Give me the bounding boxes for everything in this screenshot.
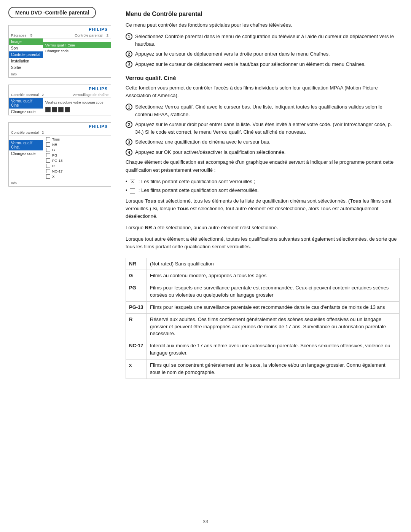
bullet-locked-text: ✕ : Les films portant cette qualificatio… xyxy=(130,178,255,185)
rating-code-cell: NR xyxy=(126,258,147,270)
rating-pg: PG xyxy=(43,152,111,158)
mockup2-body: Verrou qualif. Ciné Changez code Veuille… xyxy=(9,98,111,115)
mockup3-info: Info xyxy=(9,180,111,186)
mockup1-right-panel: Verrou qualif. Ciné Changez code xyxy=(43,42,111,67)
mockup1-item-image: Image xyxy=(9,38,43,45)
sub-step-3-text: Sélectionnez une qualification de cinéma… xyxy=(135,138,400,146)
rating-row: RRéservé aux adultes. Ces films contienn… xyxy=(126,313,400,340)
rating-row: PGFilms pour lesquels une surveillance p… xyxy=(126,282,400,302)
unlocked-icon xyxy=(130,188,135,193)
rating-row: PG-13Films pour lesquels une surveillanc… xyxy=(126,301,400,313)
mockup3-ratings-panel: Tous NR G PG xyxy=(43,136,111,180)
rating-desc-cell: Films qui se concentrent généralement su… xyxy=(147,359,400,379)
checkbox-r xyxy=(46,164,50,168)
rating-desc-cell: (Not rated) Sans qualification xyxy=(147,258,400,270)
bullet-unlocked: • : Les films portant cette qualificatio… xyxy=(126,187,400,194)
rating-row: NR(Not rated) Sans qualification xyxy=(126,258,400,270)
rating-code-cell: PG xyxy=(126,282,147,302)
rating-row: xFilms qui se concentrent généralement s… xyxy=(126,359,400,379)
left-column: Menu DVD -Contrôle parental PHILIPS Régl… xyxy=(0,0,118,532)
sub-step-2-text: Appuyez sur le curseur droit pour entrer… xyxy=(135,121,400,136)
mockup2-item-changez: Changez code xyxy=(9,109,43,115)
body-para-2: Lorsque Tous est sélectionné, tous les é… xyxy=(126,197,400,220)
bullet-unlocked-dot: • xyxy=(126,187,127,194)
bullet-locked-dot: • xyxy=(126,178,127,185)
mockup3-item-changez: Changez code xyxy=(9,150,43,157)
sub-step-1-text: Sélectionnez Verrou qualif. Ciné avec le… xyxy=(135,103,400,118)
mockup1-item-son: Son xyxy=(9,45,43,51)
code-box-2 xyxy=(52,107,57,112)
sub-step-2: 2 Appuyez sur le curseur droit pour entr… xyxy=(126,121,400,136)
sub-step-3-num: 3 xyxy=(126,139,132,145)
checkbox-nc17 xyxy=(46,169,50,173)
sub-step-4: 4 Appuyez sur OK pour activer/désactiver… xyxy=(126,149,400,156)
rating-desc-cell: Films pour lesquels une surveillance par… xyxy=(147,301,400,313)
mockup2-right-panel: Veuillez introduire votre nouveau code xyxy=(43,99,111,114)
checkbox-x xyxy=(46,174,50,179)
rating-code-cell: G xyxy=(126,270,147,282)
ratings-table: NR(Not rated) Sans qualificationGFilms a… xyxy=(126,258,400,379)
rating-desc-cell: Réservé aux adultes. Ces films contienne… xyxy=(147,313,400,340)
rating-r: R xyxy=(43,163,111,168)
sub-step-4-num: 4 xyxy=(126,149,132,156)
tv-mockup-2: PHILIPS Contrôle parental 2 Verrouillage… xyxy=(8,85,111,115)
mockup2-left-label: Contrôle parental 2 xyxy=(11,93,44,97)
step-2-num: 2 xyxy=(126,51,132,58)
code-box-1 xyxy=(45,107,51,112)
rating-desc-cell: Films pour lesquels une surveillance par… xyxy=(147,282,400,302)
mockup2-code-inputs xyxy=(43,105,111,114)
rating-x: X xyxy=(43,174,111,179)
mockup3-item-verrou: Verrou qualif. Ciné. xyxy=(9,140,43,150)
checkbox-nr xyxy=(46,142,50,147)
mockup1-left-menu: Image Son Contrôle parental Installation… xyxy=(9,38,43,71)
mockup3-left-menu: Verrou qualif. Ciné. Changez code xyxy=(9,140,43,176)
mockup1-top-bar: Réglages 5 Contrôle parental 2 xyxy=(9,32,111,38)
rating-row: NC-17Interdit aux moins de 17 ans même a… xyxy=(126,340,400,359)
step-3-text: Appuyez sur le curseur de déplacement ve… xyxy=(135,61,400,68)
sub-step-4-text: Appuyez sur OK pour activer/désactiver l… xyxy=(135,149,400,156)
mockup1-right-item2: Changez code xyxy=(43,48,111,54)
step-2: 2 Appuyez sur le curseur de déplacement … xyxy=(126,50,400,58)
locked-icon: ✕ xyxy=(130,179,135,184)
rating-nc17: NC-17 xyxy=(43,168,111,174)
tv-mockup-3: PHILIPS Contrôle parental 2 Verrou quali… xyxy=(8,122,111,187)
sub-step-1-num: 1 xyxy=(126,104,132,110)
mockup1-item-controle: Contrôle parental xyxy=(9,51,43,58)
rating-pg13: PG-13 xyxy=(43,158,111,163)
body-para-3: Lorsque NR a été sélectionné, aucun autr… xyxy=(126,224,400,232)
mockup1-right-label: Contrôle parental 2 xyxy=(75,33,108,37)
philips-logo-3: PHILIPS xyxy=(9,123,111,129)
tv-mockup-1: PHILIPS Réglages 5 Contrôle parental 2 I… xyxy=(8,25,111,78)
rating-g: G xyxy=(43,147,111,152)
mockup1-item-installation: Installation xyxy=(9,58,43,64)
bullet-locked: • ✕ : Les films portant cette qualificat… xyxy=(126,178,400,185)
right-column: Menu de Contrôle parental Ce menu peut c… xyxy=(118,0,411,532)
mockup3-body: Verrou qualif. Ciné. Changez code Tous N… xyxy=(9,136,111,180)
mockup3-left-label: Contrôle parental 2 xyxy=(11,130,44,134)
mockup2-prompt: Veuillez introduire votre nouveau code xyxy=(43,99,111,105)
intro-text: Ce menu peut contrôler des fonctions spé… xyxy=(126,21,400,29)
step-3: 3 Appuyez sur le curseur de déplacement … xyxy=(126,61,400,68)
mockup2-item-verrou: Verrou qualif. Ciné xyxy=(9,98,43,109)
step-1-num: 1 xyxy=(126,33,132,40)
step-2-text: Appuyez sur le curseur de déplacement ve… xyxy=(135,50,400,58)
rating-code-cell: x xyxy=(126,359,147,379)
mockup1-right-item1: Verrou qualif. Ciné xyxy=(43,42,111,48)
page-number: 33 xyxy=(203,519,208,524)
checkbox-pg xyxy=(46,153,50,157)
philips-logo-1: PHILIPS xyxy=(9,26,111,32)
rating-code-cell: PG-13 xyxy=(126,301,147,313)
step-1: 1 Sélectionnez Contrôle parental dans le… xyxy=(126,33,400,48)
philips-logo-2: PHILIPS xyxy=(9,85,111,92)
rating-desc-cell: Interdit aux moins de 17 ans même avec u… xyxy=(147,340,400,359)
section-title: Menu DVD -Contrôle parental xyxy=(8,7,96,18)
mockup1-item-sortie: Sortie xyxy=(9,64,43,71)
mockup3-top-bar: Contrôle parental 2 xyxy=(9,129,111,136)
body-para-4: Lorsque tout autre élément a été sélecti… xyxy=(126,235,400,251)
rating-row: GFilms au contenu modéré, appropriés à t… xyxy=(126,270,400,282)
code-box-3 xyxy=(58,107,64,112)
mockup2-right-label: Verrouillage de chaîne xyxy=(72,93,108,97)
rating-tous: Tous xyxy=(43,136,111,142)
rating-code-cell: NC-17 xyxy=(126,340,147,359)
mockup1-info: Info xyxy=(9,71,111,77)
